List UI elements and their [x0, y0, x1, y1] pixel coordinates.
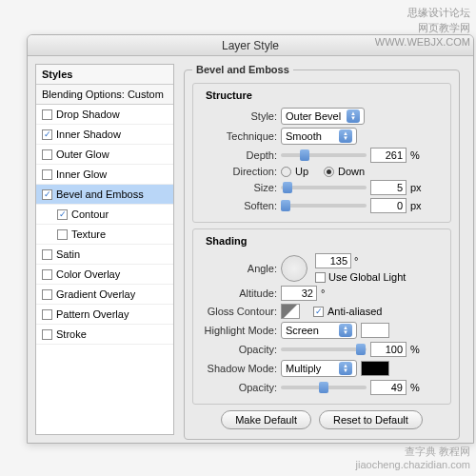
direction-down-radio[interactable] — [324, 167, 334, 177]
style-checkbox[interactable]: ✓ — [42, 129, 52, 140]
structure-title: Structure — [203, 89, 255, 101]
style-checkbox[interactable] — [42, 329, 52, 340]
size-label: Size: — [199, 182, 277, 193]
sidebar-item-drop-shadow[interactable]: Drop Shadow — [36, 105, 173, 125]
bevel-emboss-group: Bevel and Emboss Structure Style: Outer … — [184, 64, 460, 440]
style-checkbox[interactable]: ✓ — [42, 189, 52, 200]
style-checkbox[interactable] — [42, 149, 52, 160]
style-checkbox[interactable] — [42, 289, 52, 300]
shading-title: Shading — [203, 235, 249, 247]
altitude-unit: ° — [321, 288, 325, 299]
layer-style-window: Layer Style Styles Blending Options: Cus… — [27, 34, 474, 444]
sidebar-item-color-overlay[interactable]: Color Overlay — [36, 265, 173, 285]
angle-wheel[interactable] — [281, 255, 307, 282]
sidebar-item-gradient-overlay[interactable]: Gradient Overlay — [36, 285, 173, 305]
angle-input[interactable]: 135 — [315, 253, 351, 268]
depth-slider[interactable] — [281, 153, 367, 157]
depth-unit: % — [410, 149, 420, 161]
sidebar-item-texture[interactable]: Texture — [36, 225, 173, 245]
style-item-label: Inner Glow — [56, 169, 107, 180]
direction-label: Direction: — [199, 166, 277, 177]
angle-label: Angle: — [199, 263, 277, 274]
style-label: Style: — [199, 110, 277, 122]
sidebar-item-stroke[interactable]: Stroke — [36, 325, 173, 345]
highlight-color[interactable] — [361, 323, 389, 338]
up-label: Up — [295, 166, 308, 177]
technique-select[interactable]: Smooth▲▼ — [281, 128, 357, 145]
style-item-label: Bevel and Emboss — [56, 188, 144, 200]
hl-opacity-input[interactable]: 100 — [370, 342, 407, 357]
style-item-label: Outer Glow — [56, 149, 109, 160]
sidebar-item-outer-glow[interactable]: Outer Glow — [36, 145, 173, 165]
styles-sidebar: Styles Blending Options: Custom Drop Sha… — [35, 64, 174, 435]
size-unit: px — [410, 182, 422, 193]
structure-group: Structure Style: Outer Bevel▲▼ Technique… — [192, 83, 451, 223]
dropdown-arrows-icon: ▲▼ — [347, 109, 360, 123]
depth-label: Depth: — [199, 149, 277, 161]
blending-options[interactable]: Blending Options: Custom — [36, 85, 173, 105]
size-input[interactable]: 5 — [370, 180, 407, 195]
angle-unit: ° — [354, 255, 358, 267]
sidebar-item-inner-shadow[interactable]: ✓Inner Shadow — [36, 125, 173, 145]
sidebar-item-contour[interactable]: ✓Contour — [36, 205, 173, 225]
style-item-label: Color Overlay — [56, 268, 120, 280]
shadow-mode-label: Shadow Mode: — [199, 363, 277, 374]
style-item-label: Texture — [71, 228, 106, 240]
sidebar-item-pattern-overlay[interactable]: Pattern Overlay — [36, 305, 173, 325]
sidebar-item-satin[interactable]: Satin — [36, 245, 173, 265]
sidebar-item-inner-glow[interactable]: Inner Glow — [36, 165, 173, 185]
hl-opacity-slider[interactable] — [281, 347, 367, 351]
soften-input[interactable]: 0 — [370, 198, 407, 213]
dropdown-arrows-icon: ▲▼ — [339, 129, 352, 143]
anti-aliased-label: Anti-aliased — [327, 306, 382, 317]
depth-input[interactable]: 261 — [370, 148, 407, 163]
watermark-bottom: 查字典 教程网 jiaocheng.chazidian.com — [356, 445, 470, 470]
style-select[interactable]: Outer Bevel▲▼ — [281, 108, 365, 125]
gloss-contour-swatch[interactable] — [281, 304, 300, 319]
make-default-button[interactable]: Make Default — [221, 410, 311, 429]
highlight-mode-select[interactable]: Screen▲▼ — [281, 322, 357, 339]
style-item-label: Inner Shadow — [56, 129, 121, 140]
soften-unit: px — [410, 200, 422, 211]
style-checkbox[interactable] — [42, 109, 52, 120]
global-light-label: Use Global Light — [328, 271, 406, 283]
altitude-label: Altitude: — [199, 288, 277, 299]
main-panel: Bevel and Emboss Structure Style: Outer … — [174, 56, 466, 443]
gloss-label: Gloss Contour: — [199, 306, 277, 317]
style-item-label: Pattern Overlay — [56, 308, 129, 320]
watermark-top: 思缘设计论坛 网页教学网 WWW.WEBJX.COM — [375, 6, 470, 49]
shading-group: Shading Angle: 135 ° Use Global Light — [192, 228, 451, 405]
style-checkbox[interactable] — [42, 249, 52, 260]
altitude-input[interactable]: 32 — [281, 286, 317, 301]
sh-opacity-input[interactable]: 49 — [370, 380, 407, 395]
style-checkbox[interactable] — [42, 269, 52, 280]
style-checkbox[interactable] — [42, 309, 52, 320]
reset-default-button[interactable]: Reset to Default — [319, 410, 423, 429]
soften-label: Soften: — [199, 200, 277, 211]
pct-unit: % — [410, 344, 420, 355]
style-item-label: Contour — [71, 208, 109, 220]
soften-slider[interactable] — [281, 204, 367, 208]
style-checkbox[interactable]: ✓ — [57, 209, 68, 220]
pct-unit: % — [410, 382, 420, 393]
shadow-color[interactable] — [361, 361, 389, 376]
style-item-label: Satin — [56, 248, 80, 260]
direction-up-radio[interactable] — [281, 167, 291, 177]
down-label: Down — [338, 166, 365, 177]
sh-opacity-slider[interactable] — [281, 386, 367, 389]
sidebar-item-bevel-and-emboss[interactable]: ✓Bevel and Emboss — [36, 185, 173, 205]
panel-title: Bevel and Emboss — [192, 64, 293, 75]
highlight-mode-label: Highlight Mode: — [199, 325, 277, 336]
style-item-label: Gradient Overlay — [56, 288, 135, 300]
anti-aliased-checkbox[interactable]: ✓ — [313, 307, 324, 317]
style-item-label: Drop Shadow — [56, 109, 120, 120]
dropdown-arrows-icon: ▲▼ — [339, 362, 352, 375]
dropdown-arrows-icon: ▲▼ — [339, 324, 352, 337]
style-checkbox[interactable] — [42, 169, 52, 180]
shadow-mode-select[interactable]: Multiply▲▼ — [281, 360, 357, 377]
style-checkbox[interactable] — [57, 229, 68, 240]
sidebar-header[interactable]: Styles — [36, 65, 173, 85]
sh-opacity-label: Opacity: — [199, 382, 277, 393]
global-light-checkbox[interactable] — [315, 272, 326, 283]
size-slider[interactable] — [281, 186, 367, 189]
